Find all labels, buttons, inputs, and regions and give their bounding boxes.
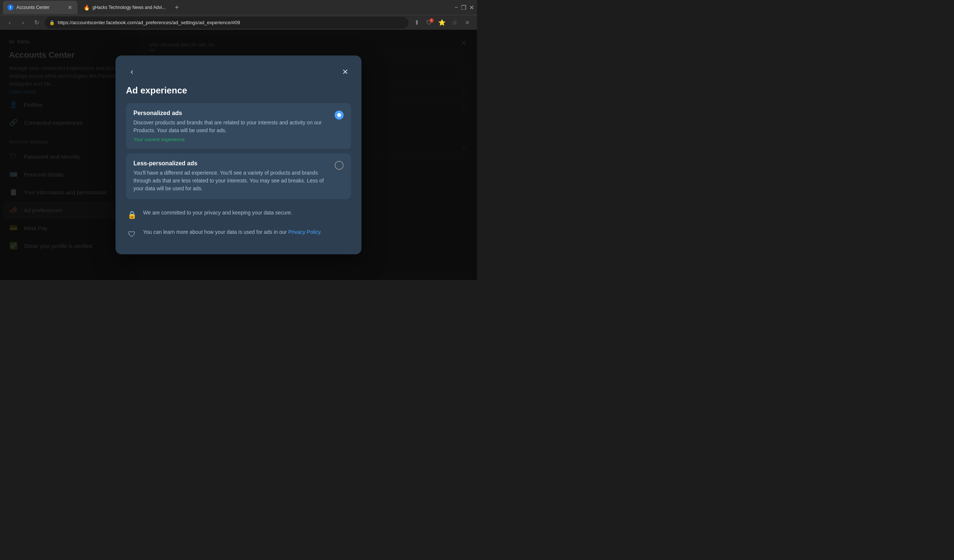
nav-right-buttons: ⬆ 🛡 1 ⭐ ☆ ≡ xyxy=(412,17,472,28)
facebook-favicon-icon: f xyxy=(8,5,13,11)
modal-close-button[interactable]: ✕ xyxy=(339,66,351,78)
new-tab-button[interactable]: + xyxy=(172,2,182,12)
less-personalized-ads-content: Less-personalized ads You'll have a diff… xyxy=(133,160,329,193)
browser-navbar: ‹ › ↻ 🔒 ⬆ 🛡 1 ⭐ ☆ ≡ xyxy=(0,15,477,30)
privacy-info-text: We are committed to your privacy and kee… xyxy=(143,209,351,217)
tab-accounts-center-label: Accounts Center xyxy=(16,5,64,10)
personalized-ads-description: Discover products and brands that are re… xyxy=(133,119,329,134)
minimize-button[interactable]: − xyxy=(455,4,458,11)
personalized-ads-option[interactable]: Personalized ads Discover products and b… xyxy=(126,103,351,149)
page-area: ∞ Meta Accounts Center Manage your conne… xyxy=(0,30,477,280)
policy-info-text: You can learn more about how your data i… xyxy=(143,228,351,236)
browser-titlebar: f Accounts Center ✕ 🔥 gHacks Technology … xyxy=(0,0,477,15)
less-personalized-ads-option[interactable]: Less-personalized ads You'll have a diff… xyxy=(126,153,351,199)
shield-button[interactable]: 🛡 1 xyxy=(424,17,435,28)
browser-chrome: f Accounts Center ✕ 🔥 gHacks Technology … xyxy=(0,0,477,30)
close-window-button[interactable]: ✕ xyxy=(469,4,474,11)
lock-info-icon: 🔒 xyxy=(126,209,138,221)
personalized-ads-radio[interactable] xyxy=(335,110,344,120)
modal-header: ‹ ✕ xyxy=(126,66,351,78)
forward-button[interactable]: › xyxy=(18,17,28,28)
tab-ghacks-label: gHacks Technology News and Advi... xyxy=(92,5,166,10)
address-bar-input[interactable] xyxy=(58,20,404,25)
personalized-ads-badge: Your current experience xyxy=(133,137,329,142)
tab-accounts-center[interactable]: f Accounts Center ✕ xyxy=(3,1,78,14)
tab-ghacks[interactable]: 🔥 gHacks Technology News and Advi... xyxy=(79,1,170,14)
refresh-button[interactable]: ↻ xyxy=(31,17,42,28)
less-personalized-ads-radio[interactable] xyxy=(335,161,344,170)
modal-back-button[interactable]: ‹ xyxy=(126,66,138,78)
shield-notification-badge: 1 xyxy=(429,18,434,23)
privacy-info-row: 🔒 We are committed to your privacy and k… xyxy=(126,205,351,224)
policy-info-row: 🛡 You can learn more about how your data… xyxy=(126,224,351,244)
share-button[interactable]: ⬆ xyxy=(412,17,422,28)
window-controls: − ❐ ✕ xyxy=(455,4,474,11)
shield-info-icon: 🛡 xyxy=(126,228,138,240)
extensions-button[interactable]: ⭐ xyxy=(437,17,447,28)
modal-info-rows: 🔒 We are committed to your privacy and k… xyxy=(126,205,351,244)
personalized-ads-content: Personalized ads Discover products and b… xyxy=(133,110,329,142)
restore-button[interactable]: ❐ xyxy=(461,4,466,11)
fire-favicon-icon: 🔥 xyxy=(83,5,89,11)
privacy-policy-link[interactable]: Privacy Policy. xyxy=(288,229,322,235)
personalized-ads-title: Personalized ads xyxy=(133,110,329,117)
tab-close-button[interactable]: ✕ xyxy=(67,5,73,11)
bookmarks-button[interactable]: ☆ xyxy=(449,17,460,28)
overlay-backdrop: ‹ ✕ Ad experience Personalized ads Disco… xyxy=(0,30,477,280)
back-button[interactable]: ‹ xyxy=(5,17,15,28)
address-bar-container[interactable]: 🔒 xyxy=(45,17,408,29)
ad-experience-modal: ‹ ✕ Ad experience Personalized ads Disco… xyxy=(115,56,362,254)
less-personalized-ads-description: You'll have a different ad experience. Y… xyxy=(133,169,329,193)
lock-icon: 🔒 xyxy=(49,20,55,25)
modal-title: Ad experience xyxy=(126,85,351,96)
menu-button[interactable]: ≡ xyxy=(462,17,472,28)
less-personalized-ads-title: Less-personalized ads xyxy=(133,160,329,167)
